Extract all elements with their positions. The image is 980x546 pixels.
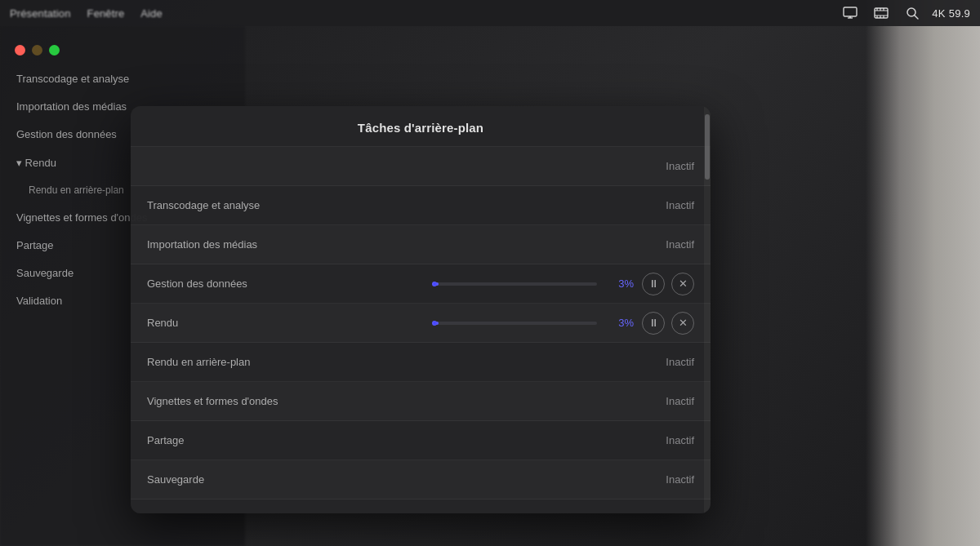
row-status-1: Inactif bbox=[629, 160, 694, 172]
menubar: Présentation Fenêtre Aide bbox=[0, 0, 980, 26]
minimize-button[interactable] bbox=[32, 45, 42, 55]
table-row: Rendu 3% ⏸ ✕ bbox=[131, 304, 710, 343]
row-progress-rendu: 3% bbox=[390, 317, 634, 329]
row-label-rendu-arriere: Rendu en arrière-plan bbox=[147, 356, 629, 368]
monitor-icon[interactable] bbox=[839, 2, 862, 24]
table-row: Rendu en arrière-plan Inactif bbox=[131, 343, 710, 382]
close-button[interactable] bbox=[15, 45, 25, 55]
table-row: Vignettes et formes d'ondes Inactif bbox=[131, 382, 710, 421]
background-tasks-dialog: Tâches d'arrière-plan Inactif Transcodag… bbox=[131, 106, 710, 513]
row-label-importation: Importation des médias bbox=[147, 238, 629, 251]
cancel-button-rendu[interactable]: ✕ bbox=[671, 312, 694, 335]
progress-percent-rendu: 3% bbox=[605, 317, 634, 329]
menu-presentation[interactable]: Présentation bbox=[10, 7, 71, 20]
table-row: Gestion des données 3% ⏸ ✕ bbox=[131, 264, 710, 304]
row-label-gestion: Gestion des données bbox=[147, 277, 390, 290]
row-status-validation: Inactif bbox=[629, 513, 694, 513]
dialog-rows: Inactif Transcodage et analyse Inactif I… bbox=[131, 147, 710, 513]
table-row: Inactif bbox=[131, 147, 710, 186]
row-status-vignettes: Inactif bbox=[629, 395, 694, 407]
cancel-button-gestion[interactable]: ✕ bbox=[671, 273, 694, 295]
svg-line-13 bbox=[915, 16, 918, 19]
right-background-glow bbox=[866, 0, 980, 546]
row-label-sauvegarde: Sauvegarde bbox=[147, 473, 629, 486]
progress-bar-gestion bbox=[434, 282, 597, 286]
pause-button-gestion[interactable]: ⏸ bbox=[642, 273, 665, 295]
progress-bar-rendu bbox=[434, 322, 597, 325]
row-status-transcodage: Inactif bbox=[629, 199, 694, 211]
row-status-rendu-arriere: Inactif bbox=[629, 356, 694, 368]
table-row: Partage Inactif bbox=[131, 421, 710, 460]
row-label-validation: Validation bbox=[147, 513, 629, 513]
row-status-sauvegarde: Inactif bbox=[629, 473, 694, 486]
menubar-left: Présentation Fenêtre Aide bbox=[10, 7, 839, 20]
row-progress-gestion: 3% bbox=[390, 277, 634, 290]
svg-rect-0 bbox=[844, 7, 857, 16]
menu-help[interactable]: Aide bbox=[140, 7, 163, 20]
row-label-partage: Partage bbox=[147, 434, 629, 446]
table-row: Importation des médias Inactif bbox=[131, 225, 710, 264]
pause-button-rendu[interactable]: ⏸ bbox=[642, 312, 665, 335]
menubar-right: 4K 59.9 bbox=[839, 2, 970, 24]
traffic-lights bbox=[15, 45, 60, 55]
row-label-rendu: Rendu bbox=[147, 317, 390, 329]
row-label-vignettes: Vignettes et formes d'ondes bbox=[147, 395, 629, 407]
dialog-title: Tâches d'arrière-plan bbox=[131, 106, 710, 147]
progress-percent-gestion: 3% bbox=[605, 277, 634, 290]
table-row: Transcodage et analyse Inactif bbox=[131, 186, 710, 225]
table-row: Sauvegarde Inactif bbox=[131, 460, 710, 499]
row-label-transcodage: Transcodage et analyse bbox=[147, 199, 629, 211]
row-status-partage: Inactif bbox=[629, 434, 694, 446]
progress-fill-gestion bbox=[434, 282, 439, 286]
menu-window[interactable]: Fenêtre bbox=[87, 7, 125, 20]
maximize-button[interactable] bbox=[49, 45, 60, 55]
row-actions-rendu: ⏸ ✕ bbox=[642, 312, 694, 335]
resolution-status: 4K 59.9 bbox=[932, 7, 970, 20]
table-row: Validation Inactif bbox=[131, 499, 710, 513]
sidebar-item-transcodage[interactable]: Transcodage et analyse bbox=[0, 65, 245, 93]
search-icon[interactable] bbox=[901, 2, 924, 24]
row-status-importation: Inactif bbox=[629, 238, 694, 251]
row-actions-gestion: ⏸ ✕ bbox=[642, 273, 694, 295]
progress-fill-rendu bbox=[434, 322, 439, 325]
film-icon[interactable] bbox=[870, 2, 893, 24]
